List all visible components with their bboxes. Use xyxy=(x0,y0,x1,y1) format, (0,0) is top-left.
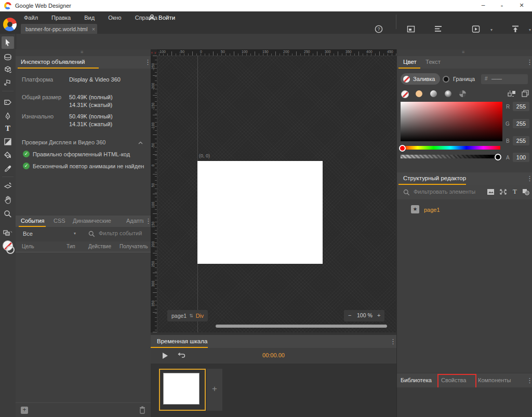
add-event-button[interactable]: + xyxy=(21,407,28,414)
b-label: B xyxy=(506,138,510,144)
menu-edit[interactable]: Правка xyxy=(51,15,71,21)
translate-3d-tool-icon[interactable] xyxy=(4,78,12,87)
maximize-button[interactable]: ▫ xyxy=(493,0,511,11)
copy-style-icon[interactable] xyxy=(522,90,529,97)
secondary-color-swatch-icon[interactable] xyxy=(6,246,15,254)
outliner-node-page1[interactable]: page1 xyxy=(424,207,440,213)
fit-element-icon[interactable] xyxy=(499,189,507,195)
outliner-header: Структурный редактор ⋮ xyxy=(397,172,532,185)
selection-tool[interactable] xyxy=(2,36,14,49)
paint-bucket-tool-icon[interactable] xyxy=(4,151,12,159)
search-icon xyxy=(88,231,95,237)
breadcrumb: page1 ⇅ Div xyxy=(167,310,208,321)
menu-items: Файл Правка Вид Окно Справка xyxy=(24,13,157,22)
text-tool-icon[interactable]: T xyxy=(4,124,12,133)
image-element-icon[interactable] xyxy=(487,189,495,195)
outliner-menu-icon[interactable]: ⋮ xyxy=(526,175,532,182)
tab-close-icon[interactable]: × xyxy=(92,26,95,32)
bottom-tabs-menu-icon[interactable]: ⋮ xyxy=(526,377,532,384)
breadcrumb-page[interactable]: page1 xyxy=(171,313,187,319)
menu-window[interactable]: Окно xyxy=(108,15,122,21)
color-field[interactable] xyxy=(401,102,502,141)
pen-tool-icon[interactable] xyxy=(4,112,12,120)
svg-text:?: ? xyxy=(377,26,380,32)
alpha-slider-handle[interactable] xyxy=(495,154,501,160)
hex-input[interactable]: # —— xyxy=(481,74,528,84)
tab-text[interactable]: Текст xyxy=(425,59,441,65)
color-panel-menu-icon[interactable]: ⋮ xyxy=(526,59,532,65)
page-node-icon[interactable]: ★ xyxy=(411,205,419,213)
origin-label: (0, 0) xyxy=(199,153,210,158)
rotate-3d-tool-icon[interactable] xyxy=(4,65,12,74)
panel-drag-handle[interactable]: ≡ xyxy=(81,50,83,53)
zoom-level-value[interactable]: 100 % xyxy=(357,312,373,318)
app-logo-icon xyxy=(4,2,11,9)
events-filter-input[interactable] xyxy=(98,230,149,237)
tag-tool-icon[interactable] xyxy=(4,98,12,106)
panel-drag-handle[interactable]: ≡ xyxy=(462,50,464,53)
shape-tool-icon[interactable] xyxy=(4,138,12,146)
swatch-linear-gradient[interactable] xyxy=(430,90,437,97)
swatch-radial-gradient[interactable] xyxy=(445,90,451,97)
preview-dropdown-icon[interactable]: ▾ xyxy=(490,28,493,32)
hand-tool-icon[interactable] xyxy=(4,196,12,204)
add-frame-button[interactable]: + xyxy=(207,369,222,411)
stage-canvas[interactable]: -100 -50 0 50 100 150 200 250 300 350 40… xyxy=(151,49,396,332)
tab-responsive[interactable]: Адаптивный xyxy=(126,218,143,224)
swap-colors-icon[interactable] xyxy=(3,230,12,237)
artboard[interactable] xyxy=(197,161,323,264)
swap-fill-border-icon[interactable] xyxy=(508,90,516,98)
tab-css[interactable]: CSS xyxy=(54,218,65,224)
events-filter-chevron-icon[interactable]: ▾ xyxy=(74,231,76,236)
events-filter-dropdown[interactable]: Все xyxy=(23,231,33,237)
a-input[interactable]: 100 xyxy=(513,153,529,162)
timeline-title: Временная шкала xyxy=(157,338,207,344)
menu-file[interactable]: Файл xyxy=(24,15,38,21)
publish-dropdown-icon[interactable]: ▾ xyxy=(529,28,531,32)
hue-slider-handle[interactable] xyxy=(399,145,406,152)
v-ruler-label: 0 xyxy=(151,160,155,171)
fill-selector[interactable]: Заливка xyxy=(401,73,440,85)
timeline-frame-selected[interactable] xyxy=(159,369,206,411)
swatch-pattern[interactable] xyxy=(459,90,466,97)
breadcrumb-element[interactable]: Div xyxy=(196,313,204,319)
signin-button[interactable]: Войти xyxy=(149,14,175,21)
eraser-tool-icon[interactable] xyxy=(4,53,12,61)
menu-bar: Файл Правка Вид Окно Справка Войти banne… xyxy=(0,11,532,34)
breadcrumb-updown-icon[interactable]: ⇅ xyxy=(189,313,193,318)
border-selector[interactable]: Граница xyxy=(443,73,475,85)
horizontal-scrollbar[interactable] xyxy=(216,325,387,328)
outliner-filter-input[interactable] xyxy=(413,188,482,195)
b-input[interactable]: 255 xyxy=(513,136,529,145)
hue-slider[interactable] xyxy=(401,146,500,150)
tab-events[interactable]: События xyxy=(21,218,44,224)
delete-event-icon[interactable] xyxy=(139,406,145,414)
swatch-solid[interactable] xyxy=(416,90,422,97)
close-button[interactable]: ✕ xyxy=(511,0,532,11)
stage-rotate-tool-icon[interactable] xyxy=(4,181,12,190)
eyedropper-tool-icon[interactable] xyxy=(4,165,12,173)
text-element-icon[interactable]: T xyxy=(513,187,519,196)
gwd-logo-hole xyxy=(7,22,12,27)
h-ruler-label: 250 xyxy=(304,50,310,53)
v-ruler-major-ticks xyxy=(153,56,157,332)
document-tab[interactable]: banner-for-ppc.world.html × xyxy=(21,24,97,34)
events-col-action: Действие xyxy=(88,244,111,249)
zoom-tool-icon[interactable] xyxy=(4,210,12,218)
g-input[interactable]: 255 xyxy=(513,119,529,128)
zoom-in-button[interactable]: + xyxy=(377,312,380,318)
swatch-none[interactable] xyxy=(401,90,409,98)
collapse-chevron-icon[interactable] xyxy=(138,141,143,144)
zoom-out-button[interactable]: − xyxy=(348,312,351,318)
shapes-element-icon[interactable] xyxy=(522,189,529,195)
publish-icon xyxy=(511,25,520,33)
tab-color[interactable]: Цвет xyxy=(403,59,417,65)
tab-library[interactable]: Библиотека xyxy=(401,377,432,383)
tab-components[interactable]: Компоненты xyxy=(478,377,511,383)
tab-dynamic[interactable]: Динамические xyxy=(73,218,111,224)
timeline-menu-icon[interactable]: ⋮ xyxy=(390,338,396,345)
r-input[interactable]: 255 xyxy=(513,102,529,111)
minimize-button[interactable]: – xyxy=(474,0,493,11)
menu-view[interactable]: Вид xyxy=(84,15,95,21)
alpha-slider[interactable] xyxy=(401,155,500,158)
